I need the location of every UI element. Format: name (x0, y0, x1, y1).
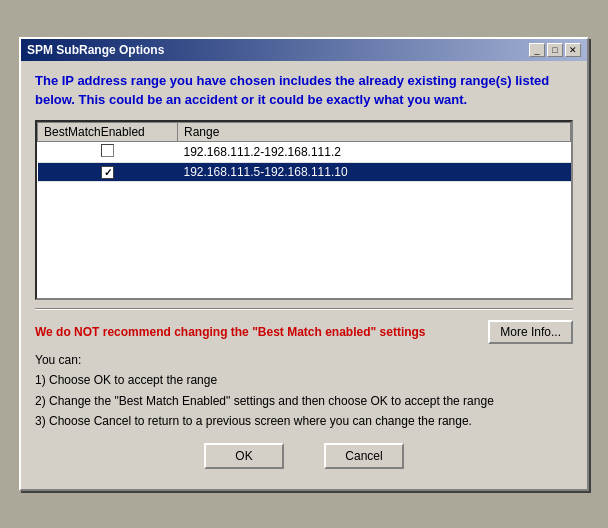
range-table: BestMatchEnabled Range 192.168.111.2-192… (37, 122, 571, 182)
table-body: 192.168.111.2-192.168.111.2 192.168.111.… (38, 141, 571, 181)
table-row: 192.168.111.5-192.168.111.10 (38, 162, 571, 181)
range-table-container: BestMatchEnabled Range 192.168.111.2-192… (35, 120, 573, 300)
instructions: You can: 1) Choose OK to accept the rang… (35, 350, 573, 432)
dialog-title: SPM SubRange Options (27, 43, 164, 57)
table-header-row: BestMatchEnabled Range (38, 122, 571, 141)
instruction-line-0: You can: (35, 350, 573, 370)
bestmatch-cell-1[interactable] (38, 141, 178, 162)
range-cell-2: 192.168.111.5-192.168.111.10 (178, 162, 571, 181)
title-bar: SPM SubRange Options _ □ ✕ (21, 39, 587, 61)
close-button[interactable]: ✕ (565, 43, 581, 57)
minimize-button[interactable]: _ (529, 43, 545, 57)
window-background: SPM SubRange Options _ □ ✕ The IP addres… (0, 0, 608, 528)
cancel-button[interactable]: Cancel (324, 443, 404, 469)
instruction-line-2: 2) Change the "Best Match Enabled" setti… (35, 391, 573, 411)
bestmatch-cell-2[interactable] (38, 162, 178, 181)
bestmatch-checkbox-1[interactable] (101, 144, 114, 157)
instruction-line-1: 1) Choose OK to accept the range (35, 370, 573, 390)
bestmatch-checkbox-2[interactable] (101, 166, 114, 179)
warning-text: We do NOT recommend changing the "Best M… (35, 325, 488, 339)
button-row: OK Cancel (35, 443, 573, 479)
divider (35, 308, 573, 310)
dialog: SPM SubRange Options _ □ ✕ The IP addres… (19, 37, 589, 492)
dialog-content: The IP address range you have chosen inc… (21, 61, 587, 490)
ok-button[interactable]: OK (204, 443, 284, 469)
info-text: The IP address range you have chosen inc… (35, 71, 573, 110)
warning-row: We do NOT recommend changing the "Best M… (35, 320, 573, 344)
title-bar-buttons: _ □ ✕ (529, 43, 581, 57)
instruction-line-3: 3) Choose Cancel to return to a previous… (35, 411, 573, 431)
col-bestmatch: BestMatchEnabled (38, 122, 178, 141)
more-info-button[interactable]: More Info... (488, 320, 573, 344)
table-row: 192.168.111.2-192.168.111.2 (38, 141, 571, 162)
range-cell-1: 192.168.111.2-192.168.111.2 (178, 141, 571, 162)
maximize-button[interactable]: □ (547, 43, 563, 57)
col-range: Range (178, 122, 571, 141)
